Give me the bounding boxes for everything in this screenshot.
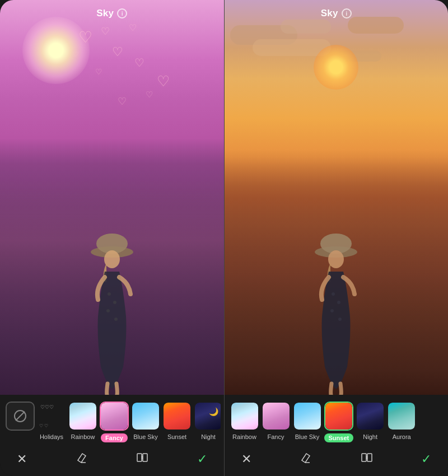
svg-point-5 — [106, 309, 110, 312]
right-cancel-button[interactable]: ✕ — [239, 450, 254, 469]
night-thumb-inner: 🌙 — [195, 403, 221, 430]
heart-2: ♡ — [101, 25, 110, 38]
right-aurora-inner — [388, 403, 415, 430]
right-filter-fancy[interactable]: Fancy — [262, 402, 291, 440]
left-label-night: Night — [201, 433, 216, 440]
left-thumb-sunset — [162, 402, 192, 431]
svg-point-16 — [337, 301, 340, 304]
left-action-bar: ✕ ✓ — [3, 445, 221, 472]
right-thumb-fancy — [262, 402, 291, 431]
left-filter-fancy[interactable]: Fancy — [100, 402, 129, 442]
right-header: Sky i — [225, 0, 449, 25]
right-thumb-night — [356, 402, 385, 431]
left-image-area: ♡ ♡ ♡ ♡ ♡ ♡ ♡ ♡ ♡ ♡ — [0, 0, 224, 395]
bluesky-thumb-inner — [132, 403, 159, 430]
right-info-icon[interactable]: i — [342, 8, 352, 18]
left-thumb-bluesky — [131, 402, 160, 431]
left-info-icon[interactable]: i — [117, 8, 127, 18]
left-filter-bluesky[interactable]: Blue Sky — [131, 402, 160, 440]
left-filter-holidays[interactable]: ♡♡♡ ♡ ♡ Holidays — [37, 402, 66, 440]
svg-line-8 — [16, 412, 25, 421]
heart-6: ♡ — [95, 67, 102, 76]
left-title: Sky — [96, 8, 114, 19]
heart-3: ♡ — [112, 45, 123, 59]
right-filter-bluesky[interactable]: Blue Sky — [293, 402, 322, 440]
right-filter-aurora[interactable]: Aurora — [387, 402, 416, 440]
right-label-sunset: Sunset — [324, 433, 354, 442]
left-bottom-area: ♡♡♡ ♡ ♡ Holidays Rainbow — [0, 395, 224, 476]
right-label-night: Night — [363, 433, 377, 440]
heart-7: ♡ — [157, 73, 170, 90]
heart-1: ♡ — [78, 28, 92, 46]
left-panel: Sky i ♡ ♡ ♡ ♡ ♡ ♡ ♡ ♡ ♡ ♡ — [0, 0, 224, 476]
left-filter-none[interactable] — [6, 402, 35, 433]
left-cancel-button[interactable]: ✕ — [15, 450, 29, 469]
right-label-bluesky: Blue Sky — [295, 433, 319, 440]
svg-rect-10 — [143, 454, 147, 461]
heart-10: ♡ — [118, 95, 127, 108]
right-bottom-area: Rainbow Fancy Blue Sky — [225, 395, 449, 476]
right-filter-night[interactable]: Night — [356, 402, 385, 440]
right-confirm-button[interactable]: ✓ — [419, 450, 433, 469]
svg-rect-19 — [362, 454, 366, 461]
right-thumb-sunset — [324, 402, 353, 431]
right-label-fancy: Fancy — [268, 433, 284, 440]
none-circle — [6, 402, 35, 431]
right-thumb-bluesky — [293, 402, 322, 431]
left-thumb-night: 🌙 — [194, 402, 221, 431]
left-label-bluesky: Blue Sky — [133, 433, 157, 440]
cancel-circle-icon — [13, 409, 27, 423]
svg-rect-9 — [137, 454, 142, 461]
right-eraser-icon — [300, 451, 312, 464]
heart-8: ♡ — [146, 90, 153, 100]
hearts-container: ♡ ♡ ♡ ♡ ♡ ♡ ♡ ♡ ♡ ♡ — [0, 17, 224, 157]
left-thumb-holidays: ♡♡♡ ♡ ♡ — [37, 402, 66, 431]
right-panel: Sky i — [225, 0, 449, 476]
compare-icon — [136, 451, 148, 464]
left-label-fancy: Fancy — [101, 433, 128, 442]
right-title: Sky — [321, 8, 338, 19]
left-erase-button[interactable] — [73, 449, 90, 469]
right-label-aurora: Aurora — [393, 433, 411, 440]
right-bg — [225, 0, 449, 395]
right-thumb-aurora — [387, 402, 416, 431]
heart-9: ♡ — [73, 50, 79, 58]
left-filter-night[interactable]: 🌙 Night — [194, 402, 221, 440]
left-confirm-button[interactable]: ✓ — [195, 450, 209, 469]
right-rainbow-inner — [231, 403, 258, 430]
right-thumb-rainbow — [230, 402, 259, 431]
svg-point-4 — [113, 301, 116, 304]
left-thumb-rainbow — [68, 402, 97, 431]
heart-5: ♡ — [134, 56, 144, 69]
sun-glow-right — [314, 45, 358, 90]
right-filter-rainbow[interactable]: Rainbow — [230, 402, 259, 440]
right-fancy-inner — [263, 403, 290, 430]
left-label-sunset: Sunset — [167, 433, 186, 440]
left-bg: ♡ ♡ ♡ ♡ ♡ ♡ ♡ ♡ ♡ ♡ — [0, 0, 224, 395]
right-action-bar: ✕ ✓ — [228, 445, 445, 472]
left-header: Sky i — [0, 0, 224, 25]
holidays-thumb-inner: ♡♡♡ ♡ ♡ — [38, 403, 65, 430]
left-filter-rainbow[interactable]: Rainbow — [68, 402, 97, 440]
right-label-rainbow: Rainbow — [232, 433, 256, 440]
panels-container: Sky i ♡ ♡ ♡ ♡ ♡ ♡ ♡ ♡ ♡ ♡ — [0, 0, 448, 476]
svg-point-14 — [328, 250, 344, 268]
left-compare-button[interactable] — [134, 449, 151, 469]
right-person — [305, 227, 367, 395]
left-filter-sunset[interactable]: Sunset — [162, 402, 192, 440]
right-sunset-inner — [325, 403, 352, 430]
right-compare-button[interactable] — [358, 449, 375, 469]
right-image-area — [225, 0, 449, 395]
fancy-thumb-inner — [101, 403, 128, 430]
left-thumb-fancy — [100, 402, 129, 431]
right-filter-sunset[interactable]: Sunset — [324, 402, 354, 442]
right-erase-button[interactable] — [297, 449, 314, 469]
right-filter-strip: Rainbow Fancy Blue Sky — [228, 402, 445, 445]
right-bluesky-inner — [294, 403, 321, 430]
svg-point-15 — [332, 292, 335, 296]
svg-rect-20 — [367, 454, 372, 461]
right-night-inner — [357, 403, 384, 430]
sunset-thumb-inner-l — [164, 403, 190, 430]
eraser-icon — [76, 451, 88, 464]
left-filter-strip: ♡♡♡ ♡ ♡ Holidays Rainbow — [3, 402, 221, 445]
